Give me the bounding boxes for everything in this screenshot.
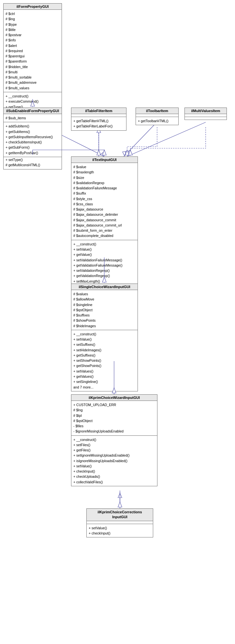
- box-title-ilSingleChoiceWizardInputGUI: ilSingleChoiceWizardInputGUI: [71, 284, 138, 290]
- box-methods-ilSubEnabledFormPropertyGUI: + addSubItem() + getSubItems() + getSubI…: [4, 122, 62, 157]
- box-title-ilKprimChoiceCorrectionsInputGUI: ilKprimChoiceCorrections InputGUI: [87, 509, 153, 521]
- svg-marker-26: [125, 150, 129, 155]
- box-ilSubEnabledFormPropertyGUI: ilSubEnabledFormPropertyGUI # $sub_items…: [3, 108, 62, 157]
- box-title-ilMultiValuesItem: ilMultiValuesItem: [185, 108, 227, 114]
- box-fields-ilSubEnabledFormPropertyGUI: # $sub_items: [4, 114, 62, 122]
- svg-marker-6: [100, 153, 104, 156]
- box-ilKprimChoiceWizardInputGUI: ilKprimChoiceWizardInputGUI + CUSTOM_UPL…: [71, 394, 157, 486]
- box-methods-ilMultiValuesItem: [185, 117, 227, 120]
- svg-marker-10: [123, 151, 126, 156]
- box-fields-ilToolbarItem: [136, 114, 178, 117]
- box-ilKprimChoiceCorrectionsInputGUI: ilKprimChoiceCorrections InputGUI + setV…: [86, 508, 153, 537]
- box-title-ilKprimChoiceWizardInputGUI: ilKprimChoiceWizardInputGUI: [71, 395, 157, 401]
- box-fields-ilTableFilterItem: [71, 114, 126, 117]
- box-ilToolbarItem: ilToolbarItem + getToolbarHTML(): [136, 108, 179, 125]
- box-methods-ilSingleChoiceWizardInputGUI: + __construct() + setValue() + setSuffix…: [71, 330, 138, 391]
- box-methods-ilKprimChoiceWizardInputGUI: + __construct() + setFiles() + getFiles(…: [71, 436, 157, 486]
- box-title-ilToolbarItem: ilToolbarItem: [136, 108, 178, 114]
- box-title-ilFormPropertyGUI: ilFormPropertyGUI: [4, 4, 62, 10]
- svg-marker-27: [128, 150, 132, 155]
- box-fields-ilKprimChoiceWizardInputGUI: + CUSTOM_UPLOAD_ERR # $lng # $tpl # $qst…: [71, 401, 157, 436]
- svg-marker-23: [102, 150, 106, 155]
- box-ilTableFilterItem: ilTableFilterItem + getTableFilterHTML()…: [71, 108, 126, 131]
- box-fields-ilMultiValuesItem: [185, 114, 227, 117]
- box-ilSingleChoiceWizardInputGUI: ilSingleChoiceWizardInputGUI # $values #…: [71, 284, 138, 391]
- svg-line-5: [62, 135, 104, 156]
- box-fields-ilSingleChoiceWizardInputGUI: # $values # $allowMove # $singleline # $…: [71, 290, 138, 330]
- box-title-ilTableFilterItem: ilTableFilterItem: [71, 108, 126, 114]
- box-ilMultiValuesItem: ilMultiValuesItem: [184, 108, 227, 120]
- box-methods-ilToolbarItem: + getToolbarHTML(): [136, 117, 178, 125]
- box-title-ilTextInputGUI: ilTextInputGUI: [71, 157, 138, 163]
- svg-marker-33: [118, 502, 122, 507]
- box-title-ilSubEnabledFormPropertyGUI: ilSubEnabledFormPropertyGUI: [4, 108, 62, 114]
- svg-marker-25: [97, 150, 101, 155]
- svg-marker-12: [125, 151, 129, 156]
- box-fields-ilKprimChoiceCorrectionsInputGUI: [87, 521, 153, 524]
- box-ilTextInputGUI: ilTextInputGUI # $value # $maxlength # $…: [71, 156, 138, 301]
- svg-line-11: [127, 122, 206, 156]
- box-methods-ilKprimChoiceCorrectionsInputGUI: + setValue() + checkInput(): [87, 524, 153, 537]
- box-methods-ilTableFilterItem: + getTableFilterHTML() + getTableFilterL…: [71, 117, 126, 130]
- svg-marker-18: [118, 493, 122, 498]
- box-fields-ilFormPropertyGUI: # $ctrl # $lng # $type # $title # $postv…: [4, 10, 62, 92]
- svg-line-9: [124, 122, 157, 156]
- uml-diagram: ilFormPropertyGUI # $ctrl # $lng # $type…: [0, 0, 235, 644]
- box-fields-ilTextInputGUI: # $value # $maxlength # $size # $validat…: [71, 163, 138, 240]
